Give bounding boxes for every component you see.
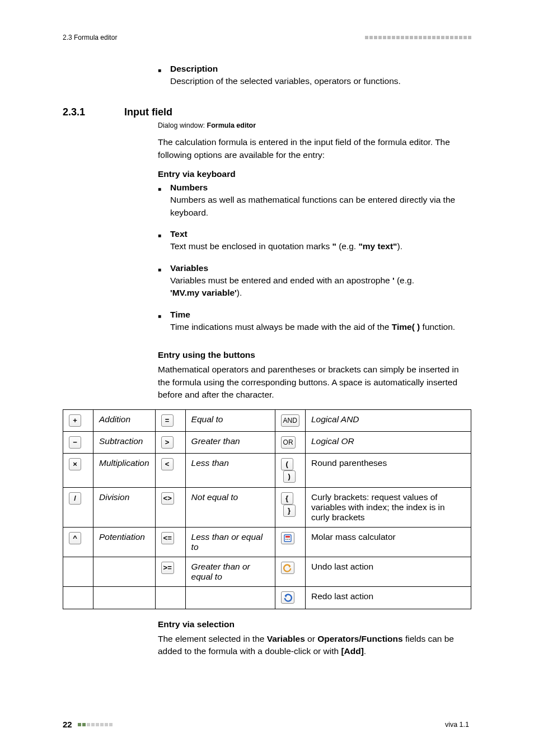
- entry-selection-heading: Entry via selection: [158, 619, 471, 629]
- multiplication-label: Multiplication: [93, 453, 156, 487]
- variables-title: Variables: [170, 263, 471, 273]
- dialog-window-name: Formula editor: [207, 122, 256, 129]
- bullet-icon: ■: [158, 229, 170, 262]
- open-paren-button[interactable]: (: [281, 458, 293, 470]
- numbers-title: Numbers: [170, 183, 471, 193]
- equals-button[interactable]: =: [161, 414, 174, 427]
- close-paren-button[interactable]: ): [283, 470, 296, 483]
- less-equal-button[interactable]: <=: [161, 532, 174, 544]
- logical-or-label: Logical OR: [305, 431, 471, 453]
- and-button[interactable]: AND: [281, 414, 299, 427]
- subtraction-label: Subtraction: [93, 431, 156, 453]
- round-parens-label: Round parentheses: [305, 453, 471, 487]
- bullet-icon: ■: [158, 263, 170, 309]
- bullet-icon: ■: [158, 183, 170, 228]
- description-text: Description of the selected variables, o…: [170, 75, 471, 87]
- multiply-button[interactable]: ×: [69, 458, 81, 470]
- redo-button[interactable]: [281, 591, 294, 604]
- bullet-icon: ■: [158, 310, 170, 342]
- power-button[interactable]: ^: [69, 532, 81, 544]
- molar-mass-label: Molar mass calculator: [305, 527, 471, 557]
- greater-than-button[interactable]: >: [161, 436, 174, 449]
- operators-table: + Addition = Equal to AND Logical AND − …: [63, 409, 471, 609]
- bullet-icon: ■: [158, 64, 170, 96]
- undo-label: Undo last action: [305, 557, 471, 586]
- svg-rect-1: [285, 536, 290, 538]
- entry-buttons-text: Mathematical operators and parentheses o…: [158, 363, 471, 401]
- undo-button[interactable]: [281, 562, 294, 574]
- time-title: Time: [170, 310, 471, 320]
- greater-equal-button[interactable]: >=: [161, 562, 174, 574]
- greater-than-label: Greater than: [185, 431, 275, 453]
- equal-to-label: Equal to: [185, 409, 275, 431]
- logical-and-label: Logical AND: [305, 409, 471, 431]
- greater-equal-label: Greater than or equal to: [185, 557, 275, 586]
- or-button[interactable]: OR: [281, 436, 296, 449]
- less-than-button[interactable]: <: [161, 458, 174, 470]
- svg-rect-3: [287, 539, 288, 540]
- header-ticks-decoration: [365, 36, 471, 39]
- footer-left: 22: [63, 720, 113, 729]
- entry-buttons-heading: Entry using the buttons: [158, 350, 471, 360]
- dialog-prefix: Dialog window:: [158, 122, 207, 129]
- text-text: Text must be enclosed in quotation marks…: [170, 240, 471, 253]
- footer-version: viva 1.1: [445, 721, 469, 729]
- addition-label: Addition: [93, 409, 156, 431]
- time-text: Time indications must always be made wit…: [170, 321, 471, 333]
- variables-text: Variables must be entered and ended with…: [170, 274, 471, 300]
- division-label: Division: [93, 487, 156, 527]
- section-number: 2.3.1: [63, 106, 124, 118]
- section-title: Input field: [124, 106, 172, 118]
- minus-button[interactable]: −: [69, 436, 81, 449]
- less-equal-label: Less than or equal to: [185, 527, 275, 557]
- close-curly-button[interactable]: }: [283, 505, 296, 517]
- svg-rect-4: [289, 539, 290, 540]
- less-than-label: Less than: [185, 453, 275, 487]
- numbers-text: Numbers as well as mathematical function…: [170, 194, 471, 219]
- molar-mass-button[interactable]: [281, 532, 294, 544]
- entry-selection-text: The element selected in the Variables or…: [158, 633, 471, 658]
- plus-button[interactable]: +: [69, 414, 81, 427]
- potentiation-label: Potentiation: [93, 527, 156, 557]
- redo-label: Redo last action: [305, 586, 471, 609]
- open-curly-button[interactable]: {: [281, 492, 293, 505]
- divide-button[interactable]: /: [69, 492, 81, 505]
- section-intro: The calculation formula is entered in th…: [158, 136, 471, 161]
- svg-rect-0: [284, 535, 291, 542]
- entry-keyboard-heading: Entry via keyboard: [158, 169, 471, 179]
- svg-rect-2: [285, 539, 287, 540]
- undo-icon: [283, 563, 292, 572]
- not-equal-button[interactable]: <>: [161, 492, 174, 505]
- not-equal-label: Not equal to: [185, 487, 275, 527]
- curly-brackets-label: Curly brackets: request values of variab…: [305, 487, 471, 527]
- redo-icon: [283, 593, 292, 602]
- calculator-icon: [283, 534, 292, 543]
- text-title: Text: [170, 229, 471, 239]
- description-title: Description: [170, 64, 471, 74]
- header-section-ref: 2.3 Formula editor: [63, 34, 117, 41]
- page-number: 22: [63, 720, 72, 729]
